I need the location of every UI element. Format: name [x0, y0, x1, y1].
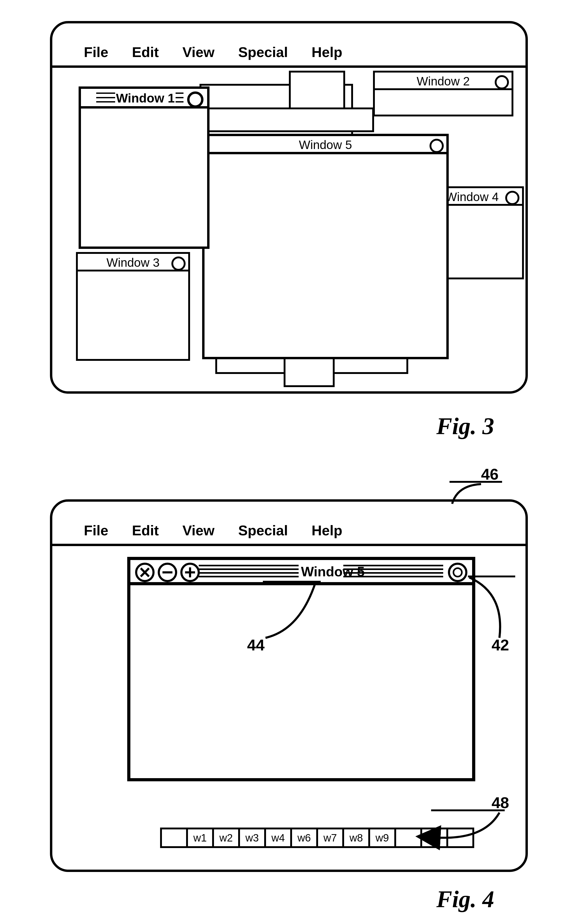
taskbar-slot-w2[interactable]: w2	[214, 829, 240, 846]
window-3-close-icon[interactable]	[171, 256, 186, 271]
leader-48	[431, 809, 505, 845]
window-4-close-icon[interactable]	[505, 191, 519, 205]
menu-file-2[interactable]: File	[84, 522, 108, 539]
leader-42	[468, 576, 515, 640]
menu-special[interactable]: Special	[238, 44, 288, 60]
fig4-menubar: File Edit View Special Help	[52, 520, 525, 546]
taskbar-slot-w9[interactable]: w9	[370, 829, 396, 846]
window-2-close-icon[interactable]	[495, 75, 509, 89]
titlebar-stripes-right	[343, 565, 443, 578]
zoom-icon[interactable]	[448, 563, 467, 582]
fig3-menubar: File Edit View Special Help	[52, 42, 525, 68]
window-3[interactable]: Window 3	[76, 252, 190, 361]
menu-file[interactable]: File	[84, 44, 108, 60]
taskbar-slot-w6[interactable]: w6	[292, 829, 318, 846]
menu-view[interactable]: View	[182, 44, 214, 60]
bg-window-c	[199, 107, 374, 132]
menu-edit-2[interactable]: Edit	[132, 522, 159, 539]
menu-help-2[interactable]: Help	[311, 522, 342, 539]
window-5[interactable]: Window 5	[202, 134, 449, 359]
close-icon[interactable]	[135, 563, 155, 582]
taskbar-slot-w1[interactable]: w1	[188, 829, 214, 846]
taskbar-slot-w3[interactable]: w3	[240, 829, 266, 846]
maximize-icon[interactable]	[180, 563, 200, 582]
ref-48: 48	[491, 794, 509, 812]
ref-46: 46	[481, 465, 499, 483]
taskbar[interactable]: w1 w2 w3 w4 w6 w7 w8 w9	[160, 828, 474, 848]
page: File Edit View Special Help Window 2 Win…	[0, 0, 572, 924]
window-1-title: Window 1	[115, 91, 176, 106]
window-5-title: Window 5	[205, 138, 446, 152]
window-5-close-icon[interactable]	[429, 139, 444, 153]
menu-help[interactable]: Help	[311, 44, 342, 60]
menu-view-2[interactable]: View	[182, 522, 214, 539]
taskbar-slot-empty-0[interactable]	[162, 829, 188, 846]
titlebar-stripes-left	[199, 565, 298, 578]
leader-44	[263, 581, 321, 640]
minimize-icon[interactable]	[158, 563, 177, 582]
ref-44: 44	[247, 636, 265, 654]
window-1-close-icon[interactable]	[187, 92, 204, 108]
menu-special-2[interactable]: Special	[238, 522, 288, 539]
window-1[interactable]: Window 1	[79, 87, 210, 249]
menu-edit[interactable]: Edit	[132, 44, 159, 60]
fig3-caption: Fig. 3	[436, 413, 494, 439]
window-2[interactable]: Window 2	[373, 71, 513, 116]
taskbar-slot-w7[interactable]: w7	[318, 829, 344, 846]
window-2-title: Window 2	[375, 74, 511, 88]
fig4-caption: Fig. 4	[436, 886, 494, 913]
leader-46	[449, 481, 502, 509]
taskbar-slot-w8[interactable]: w8	[344, 829, 370, 846]
taskbar-slot-w4[interactable]: w4	[266, 829, 292, 846]
fig3-screen: File Edit View Special Help Window 2 Win…	[50, 21, 528, 394]
taskbar-slot-empty-1[interactable]	[396, 829, 422, 846]
window-controls	[135, 563, 200, 582]
